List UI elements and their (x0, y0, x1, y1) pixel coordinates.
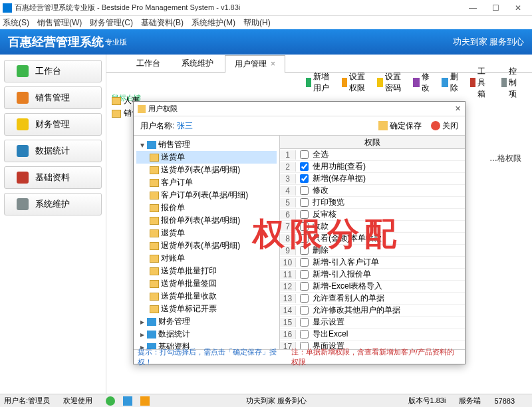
permission-checkbox[interactable] (300, 294, 309, 303)
permission-checkbox[interactable] (300, 246, 309, 255)
app-edition: 专业版 (105, 37, 127, 47)
permission-label: 新增-引入报价单 (313, 269, 371, 280)
toolbar: 新增用户设置权限设置密码修改删除工具箱控制项 (106, 73, 532, 92)
row-number: 5 (280, 198, 296, 207)
permission-checkbox[interactable] (300, 150, 309, 159)
tree-node[interactable]: 客户订单列表(单据/明细) (136, 189, 277, 202)
module-tree[interactable]: ▾销售管理送货单送货单列表(单据/明细)客户订单客户订单列表(单据/明细)报价单… (134, 136, 280, 349)
banner-slogan: 功夫到家 服务到心 (453, 36, 524, 48)
close-button[interactable]: 关闭 (431, 120, 458, 132)
toolbar-label: 控制项 (509, 66, 523, 100)
expand-icon[interactable]: ▸ (139, 330, 146, 339)
tree-label: 数据统计 (158, 329, 190, 340)
toolbar-button[interactable]: 设置密码 (377, 71, 404, 94)
sidebar-button[interactable]: 工作台 (4, 60, 102, 82)
permission-pane: 权限 1全选2使用功能(查看)3新增(保存单据)4修改5打印预览6反审核7收款8… (280, 136, 465, 349)
permission-checkbox[interactable] (300, 162, 309, 171)
tree-node[interactable]: 送货单列表(单据/明细) (136, 164, 277, 176)
row-number: 14 (280, 306, 296, 315)
page-icon (150, 280, 159, 288)
tree-node[interactable]: 对账单 (136, 252, 277, 265)
permission-checkbox[interactable] (300, 258, 309, 267)
tree-node[interactable]: 送货单批量收款 (136, 290, 277, 303)
sidebar-label: 财务管理 (35, 118, 70, 130)
expand-icon[interactable]: ▸ (139, 317, 146, 327)
permission-dialog: 用户权限 ✕ 用户名称: 张三 确定保存 关闭 ▾销售管理送货单送货单列表(单据… (133, 101, 466, 364)
page-icon (150, 267, 159, 275)
tab[interactable]: 系统维护 (172, 55, 223, 72)
tree-node[interactable]: 退货单列表(单据/明细) (136, 239, 277, 252)
menu-item[interactable]: 帮助(H) (243, 17, 271, 29)
sidebar-button[interactable]: 系统维护 (4, 193, 102, 215)
status-port: 服务端 (459, 396, 481, 406)
page-icon (150, 242, 159, 250)
tree-node[interactable]: 送货单批量打印 (136, 265, 277, 277)
maximize-button[interactable]: ☐ (484, 3, 507, 13)
toolbar-button[interactable]: 工具箱 (470, 66, 491, 100)
tab-close-icon[interactable]: × (271, 59, 275, 68)
tree-node[interactable]: 送货单标记开票 (136, 303, 277, 315)
toolbar-button[interactable]: 新增用户 (306, 71, 332, 94)
permission-checkbox[interactable] (300, 234, 309, 243)
sidebar-button[interactable]: 销售管理 (4, 86, 102, 109)
tree-node[interactable]: ▸数据统计 (136, 328, 277, 340)
sidebar-icon (17, 92, 29, 104)
tab[interactable]: 工作台 (126, 55, 170, 72)
toolbar-button[interactable]: 控制项 (501, 66, 523, 100)
toolbar-button[interactable]: 修改 (413, 71, 432, 94)
menu-item[interactable]: 财务管理(C) (90, 17, 133, 29)
tree-node[interactable]: 报价单列表(单据/明细) (136, 214, 277, 227)
permission-checkbox[interactable] (300, 210, 309, 219)
tree-label: 客户订单 (161, 177, 193, 188)
status-slogan: 功夫到家 服务到心 (246, 396, 307, 406)
tree-label: 送货单批量签回 (161, 278, 217, 289)
close-button[interactable]: ✕ (507, 3, 529, 13)
tree-node[interactable]: 报价单 (136, 202, 277, 214)
tree-label: 客户订单列表(单据/明细) (161, 190, 248, 201)
note-icon[interactable] (140, 396, 150, 406)
permission-checkbox[interactable] (300, 186, 309, 195)
permission-checkbox[interactable] (300, 318, 309, 327)
page-icon (150, 217, 159, 225)
permission-row: 10新增-引入客户订单 (280, 257, 465, 269)
permission-list: 1全选2使用功能(查看)3新增(保存单据)4修改5打印预览6反审核7收款8只看(… (280, 149, 465, 349)
permission-checkbox[interactable] (300, 306, 309, 315)
tree-label: 报价单列表(单据/明细) (161, 215, 240, 226)
sidebar-button[interactable]: 基础资料 (4, 166, 102, 189)
user-icon[interactable] (106, 396, 115, 406)
toolbar-button[interactable]: 删除 (442, 71, 461, 94)
menu-item[interactable]: 系统(S) (3, 17, 29, 29)
permission-checkbox[interactable] (300, 174, 309, 183)
banner: 百惠经营管理系统 专业版 功夫到家 服务到心 (0, 29, 532, 55)
tree-label: 对账单 (161, 253, 185, 264)
tree-node[interactable]: 客户订单 (136, 176, 277, 189)
permission-checkbox[interactable] (300, 222, 309, 231)
calc-icon[interactable] (123, 396, 132, 406)
permission-checkbox[interactable] (300, 330, 309, 339)
tree-node[interactable]: ▸财务管理 (136, 315, 277, 328)
tree-node[interactable]: ▾销售管理 (136, 138, 277, 151)
sidebar-button[interactable]: 财务管理 (4, 113, 102, 136)
toolbar-button[interactable]: 设置权限 (342, 71, 368, 94)
permission-checkbox[interactable] (300, 282, 309, 291)
permission-checkbox[interactable] (300, 270, 309, 279)
tree-node[interactable]: 退货单 (136, 227, 277, 239)
menu-item[interactable]: 销售管理(W) (37, 17, 82, 29)
sidebar-label: 数据统计 (35, 145, 70, 157)
toolbar-icon (470, 78, 475, 87)
page-icon (150, 204, 159, 212)
sidebar-icon (17, 145, 29, 157)
tree-node[interactable]: 送货单批量签回 (136, 277, 277, 290)
permission-checkbox[interactable] (300, 198, 309, 207)
tab[interactable]: 用户管理× (225, 55, 285, 73)
collapse-icon[interactable]: ▾ (139, 140, 146, 150)
minimize-button[interactable]: — (462, 3, 484, 13)
save-button[interactable]: 确定保存 (378, 120, 422, 132)
menu-item[interactable]: 基础资料(B) (141, 17, 184, 29)
tree-node[interactable]: 送货单 (136, 151, 277, 164)
sidebar-button[interactable]: 数据统计 (4, 140, 102, 162)
menu-item[interactable]: 系统维护(M) (192, 17, 235, 29)
tree-label: 送货单列表(单据/明细) (161, 164, 240, 176)
dialog-close-icon[interactable]: ✕ (455, 104, 461, 113)
permission-label: 删除 (313, 245, 329, 256)
